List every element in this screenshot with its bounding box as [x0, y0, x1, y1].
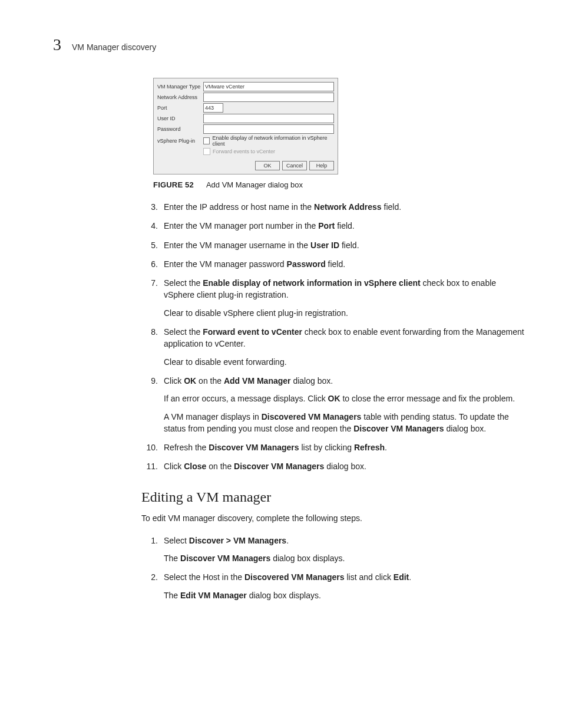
user-id-label: User ID	[157, 116, 203, 121]
step-item: 1.Select Discover > VM Managers.The Disc…	[141, 535, 527, 565]
step-body: Enter the IP address or host name in the…	[164, 201, 527, 213]
enable-display-checkbox-label: Enable display of network information in…	[212, 135, 334, 147]
cancel-button[interactable]: Cancel	[282, 161, 307, 170]
step-number: 11.	[141, 460, 164, 472]
network-address-label: Network Address	[157, 94, 203, 100]
forward-events-checkbox-label: Forward events to vCenter	[213, 149, 275, 154]
network-address-field[interactable]	[203, 93, 334, 102]
step-number: 10.	[141, 442, 164, 453]
subsection-steps-list: 1.Select Discover > VM Managers.The Disc…	[141, 535, 527, 601]
ok-button[interactable]: OK	[255, 161, 280, 170]
step-body: Select the Forward event to vCenter chec…	[164, 326, 527, 368]
step-number: 5.	[141, 239, 164, 251]
step-number: 2.	[141, 571, 164, 601]
password-field[interactable]	[203, 124, 334, 134]
step-item: 9.Click OK on the Add VM Manager dialog …	[141, 375, 527, 434]
page-header: 3 VM Manager discovery	[53, 35, 527, 54]
section-title: VM Manager discovery	[72, 42, 156, 52]
vsphere-plugin-label: vSphere Plug-in	[157, 138, 203, 144]
vm-type-label: VM Manager Type	[157, 84, 203, 90]
step-item: 10.Refresh the Discover VM Managers list…	[141, 442, 527, 453]
figure-caption: FIGURE 52 Add VM Manager dialog box	[153, 180, 527, 189]
step-number: 9.	[141, 375, 164, 434]
subsection-intro: To edit VM manager discovery, complete t…	[141, 513, 527, 523]
main-steps-list: 3.Enter the IP address or host name in t…	[141, 201, 527, 473]
step-body: Click Close on the Discover VM Managers …	[164, 460, 527, 472]
step-item: 4.Enter the VM manager port number in th…	[141, 220, 527, 232]
step-number: 6.	[141, 258, 164, 270]
step-number: 1.	[141, 535, 164, 565]
step-body: Refresh the Discover VM Managers list by…	[164, 442, 527, 453]
step-item: 6.Enter the VM manager password Password…	[141, 258, 527, 270]
step-item: 3.Enter the IP address or host name in t…	[141, 201, 527, 213]
step-number: 7.	[141, 277, 164, 319]
step-number: 3.	[141, 201, 164, 213]
step-body: Enter the VM manager password Password f…	[164, 258, 527, 270]
step-number: 4.	[141, 220, 164, 232]
step-item: 5.Enter the VM manager username in the U…	[141, 239, 527, 251]
step-number: 8.	[141, 326, 164, 368]
forward-events-checkbox[interactable]	[203, 148, 210, 155]
password-label: Password	[157, 126, 203, 132]
step-body: Enter the VM manager username in the Use…	[164, 239, 527, 251]
vm-type-field[interactable]: VMware vCenter	[203, 82, 334, 91]
port-label: Port	[157, 105, 203, 111]
enable-display-checkbox[interactable]	[203, 137, 210, 144]
step-item: 7.Select the Enable display of network i…	[141, 277, 527, 319]
step-body: Select the Enable display of network inf…	[164, 277, 527, 319]
step-item: 11.Click Close on the Discover VM Manage…	[141, 460, 527, 472]
help-button[interactable]: Help	[309, 161, 334, 170]
chapter-number: 3	[53, 35, 61, 54]
page: 3 VM Manager discovery VM Manager Type V…	[0, 0, 562, 646]
step-body: Select the Host in the Discovered VM Man…	[164, 571, 527, 601]
step-item: 8.Select the Forward event to vCenter ch…	[141, 326, 527, 368]
user-id-field[interactable]	[203, 114, 334, 123]
step-body: Enter the VM manager port number in the …	[164, 220, 527, 232]
step-item: 2.Select the Host in the Discovered VM M…	[141, 571, 527, 601]
add-vm-manager-dialog: VM Manager Type VMware vCenter Network A…	[153, 78, 338, 174]
port-field[interactable]: 443	[203, 103, 223, 113]
subsection-heading: Editing a VM manager	[141, 489, 527, 505]
figure-number: FIGURE 52	[153, 180, 194, 189]
step-body: Select Discover > VM Managers.The Discov…	[164, 535, 527, 565]
step-body: Click OK on the Add VM Manager dialog bo…	[164, 375, 527, 434]
figure-caption-text: Add VM Manager dialog box	[206, 180, 303, 189]
